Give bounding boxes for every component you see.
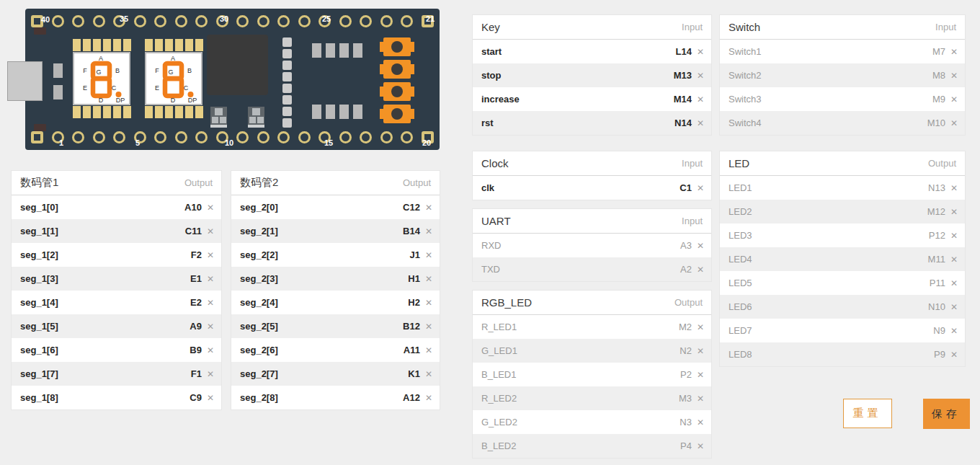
pin-row[interactable]: seg_1[0]A10✕ (12, 195, 221, 219)
close-icon[interactable]: ✕ (207, 369, 214, 379)
close-icon[interactable]: ✕ (207, 250, 214, 260)
pin-row[interactable]: seg_2[1]B14✕ (231, 219, 440, 243)
pin-row[interactable]: RXDA3✕ (473, 234, 711, 257)
pin-hole (93, 131, 105, 143)
pin-row[interactable]: seg_1[1]C11✕ (12, 219, 221, 243)
pin-row[interactable]: seg_2[3]H1✕ (231, 267, 440, 291)
pin-row[interactable]: LED6N10✕ (720, 295, 965, 319)
close-icon[interactable]: ✕ (425, 393, 432, 403)
close-icon[interactable]: ✕ (697, 346, 704, 356)
close-icon[interactable]: ✕ (950, 302, 958, 312)
close-icon[interactable]: ✕ (950, 94, 958, 105)
close-icon[interactable]: ✕ (425, 369, 432, 379)
close-icon[interactable]: ✕ (207, 226, 214, 236)
close-icon[interactable]: ✕ (425, 345, 432, 355)
pin-row[interactable]: seg_2[7]K1✕ (231, 362, 440, 386)
close-icon[interactable]: ✕ (697, 118, 704, 128)
close-icon[interactable]: ✕ (950, 231, 958, 241)
close-icon[interactable]: ✕ (697, 71, 704, 81)
pin-row[interactable]: seg_1[2]F2✕ (12, 243, 221, 267)
close-icon[interactable]: ✕ (207, 298, 214, 308)
pin-row[interactable]: rstN14✕ (473, 111, 711, 135)
close-icon[interactable]: ✕ (950, 278, 958, 288)
pin-row[interactable]: Switch1M7✕ (720, 40, 965, 63)
pin-row[interactable]: seg_1[3]E1✕ (12, 267, 221, 291)
pin-hole (72, 15, 84, 27)
pin-row[interactable]: R_LED2M3✕ (473, 386, 711, 410)
pin-row[interactable]: Switch4M10✕ (720, 111, 965, 135)
close-icon[interactable]: ✕ (950, 118, 958, 128)
pin-row[interactable]: seg_2[6]A11✕ (231, 338, 440, 362)
close-icon[interactable]: ✕ (697, 417, 704, 428)
pin-row[interactable]: G_LED1N2✕ (473, 339, 711, 363)
panel-title: RGB_LED (481, 296, 532, 309)
pin-row[interactable]: LED8P9✕ (720, 342, 965, 366)
pin-number-label: 25 (322, 14, 331, 23)
close-icon[interactable]: ✕ (950, 326, 958, 336)
pin-row[interactable]: LED7N9✕ (720, 319, 965, 342)
close-icon[interactable]: ✕ (697, 183, 704, 193)
close-icon[interactable]: ✕ (697, 265, 704, 275)
close-icon[interactable]: ✕ (950, 350, 958, 360)
panel-header: 数码管1 Output (12, 171, 221, 195)
panel-rows: LED1N13✕LED2M12✕LED3P12✕LED4M11✕LED5P11✕… (720, 176, 965, 366)
close-icon[interactable]: ✕ (950, 71, 958, 81)
close-icon[interactable]: ✕ (207, 393, 214, 403)
close-icon[interactable]: ✕ (207, 274, 214, 284)
pin-row[interactable]: B_LED2P4✕ (473, 434, 711, 458)
close-icon[interactable]: ✕ (425, 274, 432, 284)
close-icon[interactable]: ✕ (425, 322, 432, 332)
panel-title: 数码管2 (240, 176, 278, 190)
pin-row[interactable]: seg_2[4]H2✕ (231, 291, 440, 314)
close-icon[interactable]: ✕ (697, 370, 704, 380)
pin-row[interactable]: seg_2[8]A12✕ (231, 386, 440, 409)
close-icon[interactable]: ✕ (425, 226, 432, 236)
resistor-pad (326, 105, 335, 119)
pin-row[interactable]: seg_1[4]E2✕ (12, 291, 221, 314)
usb-pad (53, 85, 63, 99)
reset-button[interactable]: 重置 (843, 399, 892, 428)
pin-row[interactable]: seg_1[5]A9✕ (12, 314, 221, 338)
close-icon[interactable]: ✕ (950, 254, 958, 265)
pin-row[interactable]: stopM13✕ (473, 63, 711, 87)
save-button[interactable]: 保存 (923, 399, 970, 429)
pin-row[interactable]: Switch3M9✕ (720, 87, 965, 111)
pin-row[interactable]: seg_1[8]C9✕ (12, 386, 221, 409)
pin-row[interactable]: Switch2M8✕ (720, 63, 965, 87)
pin-row[interactable]: LED1N13✕ (720, 176, 965, 200)
close-icon[interactable]: ✕ (207, 322, 214, 332)
pin-row[interactable]: B_LED1P2✕ (473, 363, 711, 386)
close-icon[interactable]: ✕ (950, 207, 958, 217)
pin-row[interactable]: R_LED1M2✕ (473, 315, 711, 339)
pin-row[interactable]: LED4M11✕ (720, 247, 965, 271)
pin-hole (93, 15, 105, 27)
pin-row[interactable]: startL14✕ (473, 40, 711, 63)
signal-name: TXD (481, 264, 680, 275)
close-icon[interactable]: ✕ (697, 47, 704, 57)
pin-row[interactable]: seg_1[6]B9✕ (12, 338, 221, 362)
close-icon[interactable]: ✕ (697, 394, 704, 404)
pin-row[interactable]: seg_1[7]F1✕ (12, 362, 221, 386)
pin-row[interactable]: G_LED2N3✕ (473, 410, 711, 434)
close-icon[interactable]: ✕ (697, 441, 704, 451)
pin-row[interactable]: seg_2[5]B12✕ (231, 314, 440, 338)
close-icon[interactable]: ✕ (950, 47, 958, 57)
close-icon[interactable]: ✕ (697, 322, 704, 332)
close-icon[interactable]: ✕ (207, 203, 214, 213)
close-icon[interactable]: ✕ (697, 241, 704, 251)
close-icon[interactable]: ✕ (425, 298, 432, 308)
pin-row[interactable]: LED2M12✕ (720, 200, 965, 223)
pin-row[interactable]: LED5P11✕ (720, 271, 965, 295)
close-icon[interactable]: ✕ (697, 94, 704, 105)
signal-name: LED7 (729, 325, 933, 336)
pin-row[interactable]: LED3P12✕ (720, 223, 965, 247)
close-icon[interactable]: ✕ (207, 345, 214, 355)
pin-row[interactable]: clkC1✕ (473, 176, 711, 200)
pin-row[interactable]: seg_2[0]C12✕ (231, 195, 440, 219)
pin-row[interactable]: increaseM14✕ (473, 87, 711, 111)
pin-row[interactable]: TXDA2✕ (473, 257, 711, 281)
close-icon[interactable]: ✕ (425, 203, 432, 213)
close-icon[interactable]: ✕ (950, 183, 958, 193)
pin-row[interactable]: seg_2[2]J1✕ (231, 243, 440, 267)
close-icon[interactable]: ✕ (425, 250, 432, 260)
